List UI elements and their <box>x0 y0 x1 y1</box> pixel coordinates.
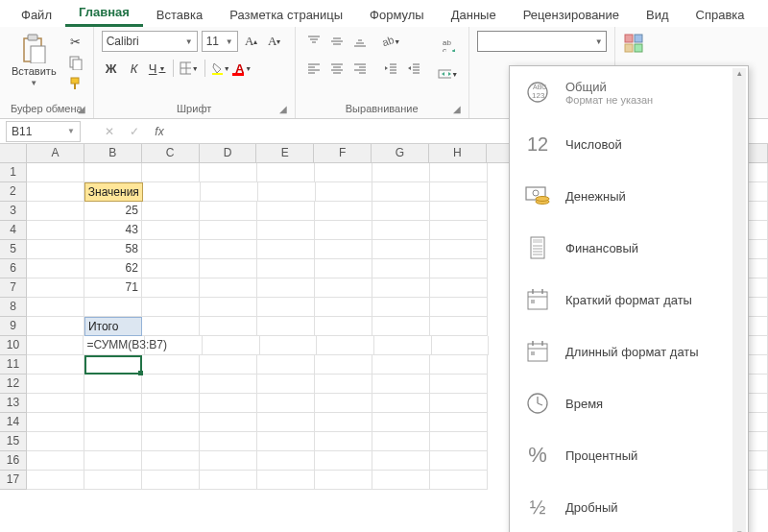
cell[interactable] <box>200 355 257 375</box>
cell[interactable] <box>315 163 372 182</box>
cell[interactable] <box>372 394 430 413</box>
cell[interactable] <box>315 298 372 317</box>
fx-icon[interactable]: fx <box>150 125 169 138</box>
cell[interactable] <box>430 278 488 298</box>
cell[interactable] <box>372 182 430 202</box>
row-header[interactable]: 4 <box>0 221 27 240</box>
font-name-combo[interactable]: Calibri▼ <box>102 31 198 52</box>
tab-home[interactable]: Главная <box>65 0 143 27</box>
cell[interactable] <box>430 413 488 432</box>
cell[interactable] <box>200 240 257 259</box>
tab-layout[interactable]: Разметка страницы <box>216 2 356 27</box>
cell[interactable] <box>200 432 257 451</box>
cell[interactable] <box>257 298 315 317</box>
cell[interactable] <box>315 432 372 451</box>
cell[interactable] <box>430 163 488 182</box>
cell[interactable] <box>142 432 200 451</box>
cell[interactable] <box>142 451 200 471</box>
cell[interactable] <box>200 278 257 298</box>
format-percentage[interactable]: % Процентный <box>510 429 748 481</box>
tab-file[interactable]: Файл <box>8 2 65 27</box>
cell[interactable] <box>142 163 200 182</box>
tab-help[interactable]: Справка <box>683 2 758 27</box>
row-header[interactable]: 2 <box>0 182 27 202</box>
cell[interactable] <box>27 432 84 451</box>
cell[interactable] <box>432 336 490 355</box>
format-general[interactable]: ABC123 ОбщийФормат не указан <box>510 66 748 118</box>
cell[interactable] <box>200 375 257 394</box>
row-header[interactable]: 3 <box>0 202 27 221</box>
align-bottom-button[interactable] <box>349 31 371 52</box>
cell[interactable]: =СУММ(B3:B7) <box>84 336 145 355</box>
cell[interactable] <box>200 451 257 471</box>
cell[interactable] <box>200 259 257 278</box>
cell[interactable] <box>27 202 84 221</box>
cancel-icon[interactable]: ✕ <box>100 125 119 138</box>
format-long-date[interactable]: Длинный формат даты <box>510 326 748 377</box>
cell[interactable] <box>257 202 315 221</box>
cell[interactable] <box>201 182 258 202</box>
cell[interactable] <box>84 451 142 471</box>
row-header[interactable]: 15 <box>0 432 27 451</box>
cell[interactable]: 62 <box>84 259 142 278</box>
increase-font-button[interactable]: A▴ <box>242 31 261 52</box>
cell[interactable] <box>142 375 200 394</box>
row-header[interactable]: 6 <box>0 259 27 278</box>
cell[interactable]: 58 <box>84 240 142 259</box>
cell[interactable] <box>27 355 84 375</box>
cell[interactable] <box>27 471 84 490</box>
cell[interactable]: 71 <box>84 278 142 298</box>
cell[interactable] <box>257 432 315 451</box>
cell[interactable] <box>315 317 372 336</box>
cell[interactable] <box>142 240 200 259</box>
underline-button[interactable]: Ч▼ <box>148 58 167 79</box>
cell[interactable] <box>430 182 488 202</box>
cell[interactable] <box>430 471 488 490</box>
col-header[interactable]: B <box>84 144 142 163</box>
wrap-text-button[interactable]: abc <box>436 35 461 56</box>
cell[interactable] <box>315 221 372 240</box>
cell[interactable] <box>372 451 430 471</box>
tab-formulas[interactable]: Формулы <box>356 2 438 27</box>
cell[interactable] <box>430 202 488 221</box>
cell[interactable] <box>84 355 142 375</box>
cell[interactable] <box>372 221 430 240</box>
cell[interactable] <box>27 336 84 355</box>
cell[interactable] <box>84 413 142 432</box>
cell[interactable] <box>27 394 84 413</box>
align-middle-button[interactable] <box>326 31 348 52</box>
cell[interactable] <box>200 394 257 413</box>
cell[interactable] <box>142 394 200 413</box>
cell[interactable] <box>316 182 373 202</box>
cell[interactable] <box>27 259 84 278</box>
cell[interactable] <box>200 298 257 317</box>
name-box[interactable]: B11▼ <box>6 121 81 142</box>
cell[interactable] <box>372 163 430 182</box>
row-header[interactable]: 12 <box>0 375 27 394</box>
decrease-font-button[interactable]: A▾ <box>265 31 284 52</box>
cell[interactable] <box>258 182 316 202</box>
fill-color-button[interactable]: ▼ <box>211 58 230 79</box>
row-header[interactable]: 16 <box>0 451 27 471</box>
cell[interactable] <box>374 336 432 355</box>
col-header[interactable]: H <box>429 144 487 163</box>
cell[interactable] <box>372 298 430 317</box>
cell[interactable] <box>27 240 84 259</box>
col-header[interactable]: G <box>372 144 429 163</box>
tab-insert[interactable]: Вставка <box>143 2 216 27</box>
tab-view[interactable]: Вид <box>633 2 683 27</box>
cell[interactable] <box>372 202 430 221</box>
row-header[interactable]: 7 <box>0 278 27 298</box>
cell[interactable] <box>257 317 315 336</box>
cell[interactable] <box>315 471 372 490</box>
cell[interactable] <box>142 355 200 375</box>
cell[interactable] <box>145 336 203 355</box>
cell[interactable] <box>257 471 315 490</box>
cell[interactable] <box>84 471 142 490</box>
cell[interactable] <box>27 163 84 182</box>
bold-button[interactable]: Ж <box>102 58 121 79</box>
cell[interactable] <box>84 394 142 413</box>
format-currency[interactable]: Денежный <box>510 170 748 222</box>
cell[interactable] <box>257 394 315 413</box>
cell[interactable] <box>372 240 430 259</box>
